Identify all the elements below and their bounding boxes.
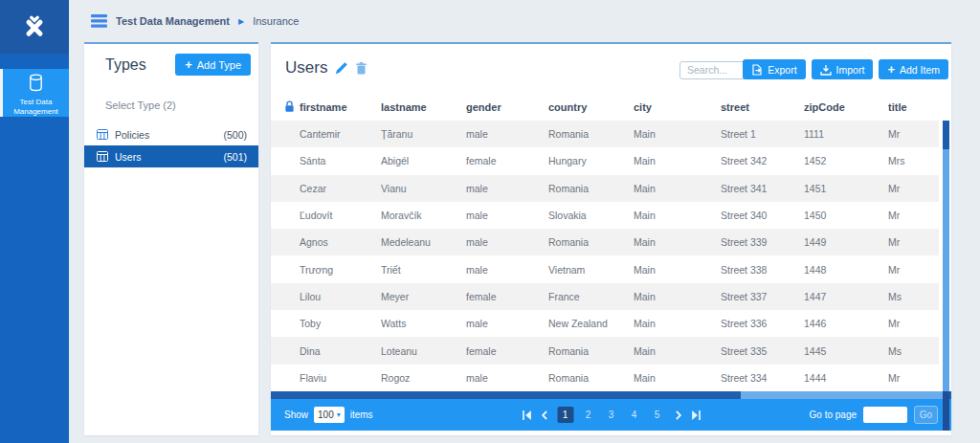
table-cell: Țăranu — [381, 128, 466, 140]
table-row[interactable]: CantemirȚăranumaleRomaniaMainStreet 1111… — [271, 121, 939, 147]
table-row[interactable]: FlaviuRogozmaleRomaniaMainStreet 3341444… — [271, 365, 939, 391]
add-item-button[interactable]: + Add Item — [879, 59, 948, 79]
sidebar-item-test-data-management[interactable]: Test Data Management — [0, 69, 69, 117]
table-cell: Main — [634, 183, 721, 194]
table-row[interactable]: TrươngTriếtmaleVietnamMainStreet 3381448… — [271, 255, 939, 282]
select-type-label: Select Type (2) — [105, 100, 258, 111]
table-cell: male — [466, 236, 548, 248]
table-cell: Mr — [888, 236, 939, 248]
last-page-button[interactable] — [691, 410, 701, 420]
table-cell: Main — [634, 236, 721, 248]
table-cell: Agnos — [300, 236, 381, 248]
plus-icon: + — [887, 63, 895, 76]
goto-page-input[interactable] — [863, 407, 907, 423]
table-grid-icon — [97, 151, 108, 162]
type-item-users[interactable]: Users (501) — [84, 145, 258, 167]
column-header[interactable]: city — [634, 101, 721, 113]
users-panel-title: Users — [285, 58, 327, 78]
table-header: firstname lastname gender country city s… — [271, 94, 939, 121]
users-panel: Users Export — [271, 42, 951, 435]
horizontal-scrollbar-thumb[interactable] — [271, 391, 741, 399]
table-cell: Romania — [548, 183, 634, 194]
table-cell: Romania — [548, 372, 634, 384]
type-item-count: (500) — [223, 129, 247, 141]
table-cell: female — [466, 345, 548, 357]
table-cell: Sánta — [300, 155, 381, 166]
table-cell: Main — [634, 345, 721, 357]
table-cell: Street 342 — [721, 155, 804, 166]
page-number[interactable]: 1 — [557, 407, 573, 423]
column-header[interactable]: gender — [466, 101, 548, 113]
add-item-label: Add Item — [900, 64, 940, 76]
column-header[interactable]: lastname — [381, 101, 466, 113]
table-cell: Mr — [888, 372, 939, 384]
table-cell: 1449 — [804, 236, 888, 248]
brand-x-icon — [20, 12, 49, 41]
horizontal-scrollbar[interactable] — [271, 391, 951, 399]
lock-icon — [284, 100, 300, 115]
table-cell: 1446 — [804, 318, 888, 329]
table-cell: 1448 — [804, 264, 888, 276]
table-cell: Vietnam — [548, 264, 634, 276]
column-header[interactable]: country — [548, 101, 634, 113]
table-row[interactable]: TobyWattsmaleNew ZealandMainStreet 33614… — [271, 310, 939, 337]
list-icon — [91, 14, 107, 28]
pagination-bar: Show 100 ▾ items 12345 Go to page — [271, 399, 951, 431]
table-cell: male — [466, 128, 548, 140]
import-button[interactable]: Import — [812, 59, 874, 79]
column-header[interactable]: street — [721, 101, 804, 113]
app-logo[interactable] — [0, 0, 69, 54]
column-header[interactable]: firstname — [300, 101, 381, 113]
vertical-scrollbar-bottom — [943, 391, 949, 431]
table-row[interactable]: AgnosMedeleanumaleRomaniaMainStreet 3391… — [271, 229, 939, 255]
add-type-button[interactable]: + Add Type — [175, 54, 251, 76]
items-label: items — [350, 410, 373, 420]
table-row[interactable]: DinaLoteanufemaleRomaniaMainStreet 33514… — [271, 337, 939, 364]
table-row[interactable]: CezarVianumaleRomaniaMainStreet 3411451M… — [271, 175, 939, 202]
column-header[interactable]: title — [888, 101, 939, 113]
type-item-policies[interactable]: Policies (500) — [84, 123, 258, 145]
table-row[interactable]: LilouMeyerfemaleFranceMainStreet 3371447… — [271, 283, 939, 310]
page-number[interactable]: 5 — [649, 407, 665, 423]
table-cell: Romania — [548, 236, 634, 248]
prev-page-button[interactable] — [540, 410, 548, 420]
table-cell: Ms — [888, 291, 939, 302]
next-page-button[interactable] — [674, 410, 682, 420]
page-number[interactable]: 4 — [626, 407, 642, 423]
sidebar-item-label: Test Data Management — [3, 98, 69, 117]
left-nav-rail: Test Data Management — [0, 0, 69, 443]
vertical-scrollbar-thumb[interactable] — [943, 121, 949, 149]
first-page-button[interactable] — [522, 410, 531, 420]
table-cell: Flaviu — [300, 372, 381, 384]
page-size-value: 100 — [318, 410, 334, 420]
export-button[interactable]: Export — [743, 59, 805, 79]
vertical-scrollbar[interactable] — [943, 121, 949, 431]
pagination-pages: 12345 — [557, 407, 665, 423]
table-cell: Moravčík — [381, 210, 466, 221]
page-number[interactable]: 3 — [603, 407, 619, 423]
breadcrumb-current[interactable]: Insurance — [253, 15, 299, 27]
table-cell: 1450 — [804, 210, 888, 221]
table-cell: Street 335 — [721, 345, 804, 357]
table-row[interactable]: ĽudovítMoravčíkmaleSlovakiaMainStreet 34… — [271, 202, 939, 229]
edit-pencil-icon[interactable] — [335, 61, 348, 75]
import-icon — [820, 64, 832, 76]
table-cell: Cantemir — [300, 128, 381, 140]
table-cell: male — [466, 318, 548, 329]
page-size-select[interactable]: 100 ▾ — [314, 407, 345, 423]
table-row[interactable]: SántaAbigélfemaleHungaryMainStreet 34214… — [271, 147, 939, 174]
go-button[interactable]: Go — [914, 406, 938, 424]
breadcrumb-arrow-icon: ▶ — [238, 17, 244, 26]
database-icon — [28, 74, 44, 92]
column-header[interactable]: zipCode — [804, 101, 888, 113]
import-label: Import — [836, 64, 865, 76]
table-cell: Street 1 — [721, 128, 804, 140]
page-number[interactable]: 2 — [580, 407, 596, 423]
table-cell: Vianu — [381, 183, 466, 194]
table-cell: Ľudovít — [300, 210, 381, 221]
delete-trash-icon[interactable] — [356, 62, 367, 75]
table-cell: Main — [634, 210, 721, 221]
breadcrumb-root[interactable]: Test Data Management — [116, 15, 230, 27]
type-list: Policies (500) Users (501) — [84, 123, 258, 167]
table-cell: Dina — [300, 345, 381, 357]
